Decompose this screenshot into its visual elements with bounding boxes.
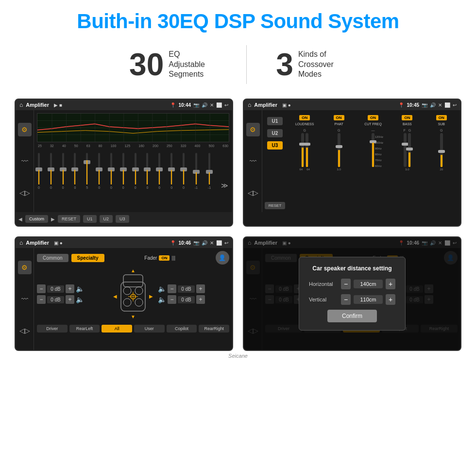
- sub-on[interactable]: ON: [436, 115, 447, 120]
- eq-custom-btn[interactable]: Custom: [25, 215, 48, 223]
- left-top-minus[interactable]: −: [37, 284, 46, 293]
- eq-reset-btn[interactable]: RESET: [58, 215, 80, 223]
- left-top-plus[interactable]: +: [66, 284, 74, 293]
- spec-volume-icon[interactable]: ◁▷: [18, 324, 32, 337]
- eq-volume-icon[interactable]: ◁▷: [18, 186, 32, 200]
- eq-scroll-right[interactable]: ≫: [221, 182, 228, 189]
- bass-on[interactable]: ON: [402, 115, 412, 120]
- status-bar-2: ⌂ Amplifier ▣ ● 📍 10:45 📷 🔊 ✕ ⬜ ↩: [244, 100, 460, 110]
- horizontal-minus[interactable]: −: [341, 279, 351, 289]
- svg-rect-3: [52, 114, 52, 142]
- distance-dialog: Car speaker distance setting Horizontal …: [299, 257, 406, 331]
- camera-icon-2: 📷: [422, 102, 427, 108]
- eq-slider-13[interactable]: -1: [195, 153, 198, 189]
- eq-slider-7[interactable]: 0: [122, 153, 124, 189]
- eq-slider-9[interactable]: 0: [146, 153, 148, 189]
- svg-rect-5: [81, 114, 81, 142]
- all-btn-3[interactable]: All: [102, 325, 132, 333]
- right-top-db: 0 dB: [178, 285, 195, 293]
- fader-bars-3: |||: [171, 255, 175, 261]
- crossover-wave-icon[interactable]: 〰: [246, 154, 260, 168]
- eq-u2-btn[interactable]: U2: [100, 215, 113, 223]
- eq-slider-12[interactable]: 0: [183, 153, 185, 189]
- spec-wave-icon[interactable]: 〰: [18, 292, 32, 306]
- confirm-button[interactable]: Confirm: [327, 310, 377, 322]
- horizontal-row: Horizontal − 140cm +: [309, 279, 395, 289]
- eq-slider-3[interactable]: 0: [74, 153, 76, 189]
- home-icon-2[interactable]: ⌂: [248, 101, 251, 108]
- eq-slider-11[interactable]: 0: [170, 153, 172, 189]
- eq-slider-0[interactable]: 0: [38, 153, 40, 189]
- user-btn-3[interactable]: User: [134, 325, 165, 333]
- eq-slider-10[interactable]: 0: [158, 153, 160, 189]
- eq-u1-btn[interactable]: U1: [83, 215, 97, 223]
- eq-slider-5[interactable]: 0: [98, 153, 100, 189]
- eq-filter-icon[interactable]: ⚙: [18, 123, 32, 136]
- eq-prev-icon[interactable]: ◀: [18, 216, 22, 222]
- stat-crossover: 3 Kinds ofCrossover Modes: [247, 49, 376, 80]
- eq-next-icon[interactable]: ▶: [51, 216, 55, 222]
- common-tab-3[interactable]: Common: [37, 254, 68, 262]
- right-bot-plus[interactable]: +: [196, 295, 205, 304]
- rear-left-btn-3[interactable]: RearLeft: [69, 325, 100, 333]
- stats-row: 30 EQ AdjustableSegments 3 Kinds ofCross…: [15, 45, 461, 84]
- vertical-plus[interactable]: +: [386, 294, 395, 305]
- phat-on[interactable]: ON: [334, 115, 344, 120]
- page-title: Buith-in 30EQ DSP Sound System: [15, 10, 461, 33]
- vertical-minus[interactable]: −: [341, 294, 351, 305]
- eq-slider-8[interactable]: 0: [135, 153, 136, 189]
- copilot-btn-3[interactable]: Copilot: [167, 325, 197, 333]
- crossover-reset-btn[interactable]: RESET: [265, 202, 286, 209]
- svg-rect-7: [109, 114, 110, 142]
- spec-main: Common Specialty Fader ON ||| 👤: [34, 248, 232, 350]
- eq-slider-2[interactable]: 0: [62, 153, 64, 189]
- loudness-on[interactable]: ON: [299, 115, 310, 120]
- left-bot-plus[interactable]: +: [66, 295, 74, 304]
- right-top-plus[interactable]: +: [196, 284, 205, 293]
- eq-slider-14[interactable]: -1: [208, 153, 211, 189]
- x-icon-1: ✕: [210, 102, 214, 108]
- window-icon-2: ⬜: [444, 102, 450, 108]
- svg-text:▶: ▶: [149, 294, 153, 299]
- cutfreq-on[interactable]: ON: [368, 115, 378, 120]
- location-icon-2: 📍: [398, 102, 404, 108]
- status-bar-3: ⌂ Amplifier ▣ ● 📍 10:46 📷 🔊 ✕ ⬜ ↩: [16, 237, 232, 248]
- loudness-label: LOUDNESS: [295, 122, 314, 126]
- eq-slider-4[interactable]: 5: [86, 153, 88, 189]
- specialty-tab-3[interactable]: Specialty: [71, 254, 104, 262]
- spec-filter-icon[interactable]: ⚙: [18, 261, 32, 274]
- user-icon-3[interactable]: 👤: [216, 251, 229, 265]
- dialog-overlay: Car speaker distance setting Horizontal …: [244, 237, 460, 350]
- x-icon-2: ✕: [438, 102, 442, 108]
- eq-wave-icon[interactable]: 〰: [18, 154, 32, 168]
- eq-slider-1[interactable]: 0: [50, 153, 52, 189]
- speaker-icon-rb: 🔈: [158, 296, 166, 303]
- crossover-u3-btn[interactable]: U3: [267, 141, 283, 150]
- back-icon-2: ↩: [453, 102, 457, 108]
- driver-btn-3[interactable]: Driver: [37, 325, 68, 333]
- screen2-icons: ▣ ●: [282, 102, 291, 108]
- fader-on-3[interactable]: ON: [159, 255, 170, 261]
- right-top-minus[interactable]: −: [168, 284, 176, 293]
- crossover-filter-icon[interactable]: ⚙: [246, 123, 260, 136]
- home-icon-1[interactable]: ⌂: [19, 101, 23, 108]
- svg-point-17: [123, 287, 131, 295]
- specialty-sidebar: ⚙ 〰 ◁▷: [16, 248, 34, 350]
- volume-icon-2: 🔊: [430, 102, 436, 108]
- home-icon-3[interactable]: ⌂: [19, 239, 23, 246]
- crossover-u2-btn[interactable]: U2: [267, 129, 283, 137]
- left-bot-minus[interactable]: −: [37, 295, 46, 304]
- right-bot-minus[interactable]: −: [168, 295, 176, 304]
- svg-rect-14: [210, 114, 210, 142]
- svg-rect-13: [195, 114, 196, 142]
- screen3-time: 10:46: [178, 240, 191, 246]
- horizontal-plus[interactable]: +: [386, 279, 395, 289]
- eq-slider-6[interactable]: 0: [110, 153, 112, 189]
- crossover-volume-icon[interactable]: ◁▷: [246, 186, 260, 200]
- svg-rect-9: [138, 114, 138, 142]
- brand-watermark: Seicane: [15, 351, 461, 360]
- eq-u3-btn[interactable]: U3: [116, 215, 129, 223]
- svg-rect-11: [167, 114, 167, 142]
- crossover-u1-btn[interactable]: U1: [267, 117, 283, 125]
- rear-right-btn-3[interactable]: RearRight: [199, 325, 229, 333]
